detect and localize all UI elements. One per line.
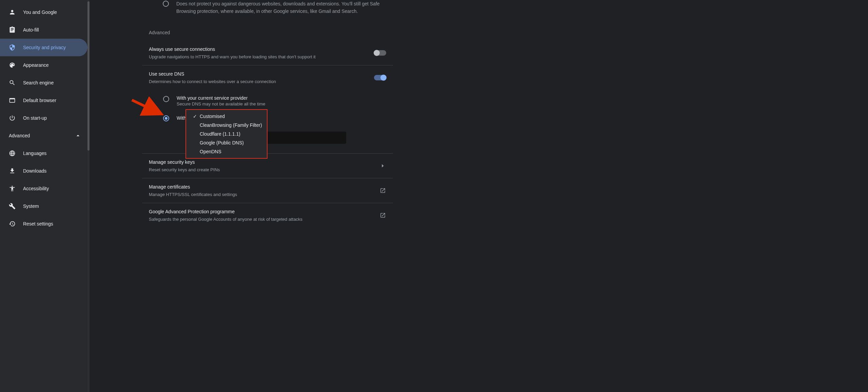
dropdown-item-cleanbrowsing[interactable]: CleanBrowsing (Family Filter): [186, 121, 267, 130]
annotation-arrow-icon: [130, 97, 164, 117]
browser-icon: [9, 97, 16, 104]
svg-line-0: [132, 100, 159, 113]
sidebar-item-languages[interactable]: Languages: [0, 144, 87, 162]
sidebar-item-label: Default browser: [23, 98, 56, 103]
setting-desc: Determines how to connect to websites ov…: [149, 78, 374, 85]
settings-main: Does not protect you against dangerous w…: [90, 0, 868, 392]
sidebar-item-appearance[interactable]: Appearance: [0, 56, 87, 74]
setting-advanced-protection[interactable]: Google Advanced Protection programme Saf…: [142, 203, 393, 228]
dropdown-item-opendns[interactable]: OpenDNS: [186, 147, 267, 156]
open-external-icon: [379, 187, 386, 194]
dns-option-current-provider[interactable]: With your current service provider Secur…: [163, 93, 386, 109]
radio-no-protection[interactable]: [163, 1, 169, 7]
setting-desc: Manage HTTPS/SSL certificates and settin…: [149, 191, 379, 198]
dropdown-item-customised[interactable]: ✓ Customised: [186, 112, 267, 121]
sidebar-item-label: On start-up: [23, 115, 47, 121]
sidebar-item-label: Accessibility: [23, 186, 49, 191]
setting-manage-certificates[interactable]: Manage certificates Manage HTTPS/SSL cer…: [142, 178, 393, 203]
shield-icon: [9, 44, 16, 51]
globe-icon: [9, 150, 16, 157]
sidebar-advanced-toggle[interactable]: Advanced: [0, 127, 90, 144]
setting-title: Manage security keys: [149, 158, 379, 166]
sidebar-item-you-and-google[interactable]: You and Google: [0, 3, 87, 21]
sidebar-item-system[interactable]: System: [0, 197, 87, 215]
setting-title: Manage certificates: [149, 183, 379, 191]
dns-option-with-custom[interactable]: With ✓ Customised CleanBrowsing (Family …: [163, 113, 386, 123]
sidebar-item-label: Search engine: [23, 80, 54, 85]
dropdown-item-google-dns[interactable]: Google (Public DNS): [186, 138, 267, 147]
toggle-secure-connections[interactable]: [374, 50, 386, 56]
sidebar-item-label: Appearance: [23, 62, 49, 68]
clipboard-icon: [9, 26, 16, 33]
setting-title: Google Advanced Protection programme: [149, 208, 379, 215]
sidebar-item-label: Languages: [23, 151, 46, 156]
sidebar-item-search-engine[interactable]: Search engine: [0, 74, 87, 92]
truncated-safe-browsing-desc: Does not protect you against dangerous w…: [142, 0, 393, 24]
sidebar-item-auto-fill[interactable]: Auto-fill: [0, 21, 87, 39]
download-icon: [9, 168, 16, 174]
chevron-up-icon: [75, 132, 81, 139]
power-icon: [9, 115, 16, 121]
checkmark-icon: ✓: [193, 113, 198, 120]
sidebar-item-label: Auto-fill: [23, 27, 39, 33]
sidebar-item-label: You and Google: [23, 9, 57, 15]
option-title: With your current service provider: [177, 95, 265, 101]
setting-secure-dns: Use secure DNS Determines how to connect…: [142, 65, 393, 90]
dropdown-item-cloudflare[interactable]: Cloudflare (1.1.1.1): [186, 130, 267, 138]
setting-desc: Reset security keys and create PINs: [149, 166, 379, 173]
advanced-section-header: Advanced: [142, 24, 393, 41]
setting-desc: Safeguards the personal Google Accounts …: [149, 216, 379, 223]
sidebar-item-label: Security and privacy: [23, 45, 66, 50]
wrench-icon: [9, 203, 16, 210]
open-external-icon: [379, 212, 386, 219]
secure-dns-options: With your current service provider Secur…: [142, 90, 393, 153]
sidebar-item-label: System: [23, 203, 39, 209]
toggle-secure-dns[interactable]: [374, 75, 386, 80]
setting-secure-connections: Always use secure connections Upgrade na…: [142, 41, 393, 65]
dns-provider-dropdown[interactable]: ✓ Customised CleanBrowsing (Family Filte…: [185, 109, 268, 159]
sidebar-item-reset-settings[interactable]: Reset settings: [0, 215, 87, 233]
option-desc: Secure DNS may not be available all the …: [177, 101, 265, 106]
sidebar-item-label: Downloads: [23, 168, 46, 174]
restore-icon: [9, 220, 16, 227]
setting-manage-security-keys[interactable]: Manage security keys Reset security keys…: [142, 154, 393, 178]
sidebar-item-downloads[interactable]: Downloads: [0, 162, 87, 180]
setting-title: Always use secure connections: [149, 45, 374, 53]
accessibility-icon: [9, 185, 16, 192]
person-icon: [9, 9, 16, 16]
sidebar-item-label: Reset settings: [23, 221, 53, 227]
with-label: With: [177, 115, 186, 121]
sidebar-item-accessibility[interactable]: Accessibility: [0, 180, 87, 197]
sidebar-item-default-browser[interactable]: Default browser: [0, 92, 87, 109]
palette-icon: [9, 62, 16, 68]
setting-title: Use secure DNS: [149, 70, 374, 78]
sidebar-item-security[interactable]: Security and privacy: [0, 39, 87, 56]
setting-desc: Upgrade navigations to HTTPS and warn yo…: [149, 54, 374, 60]
sidebar-item-on-startup[interactable]: On start-up: [0, 109, 87, 127]
chevron-right-icon: [379, 162, 386, 169]
settings-sidebar: You and Google Auto-fill Security and pr…: [0, 0, 90, 392]
sidebar-advanced-label: Advanced: [9, 133, 30, 138]
search-icon: [9, 79, 16, 86]
